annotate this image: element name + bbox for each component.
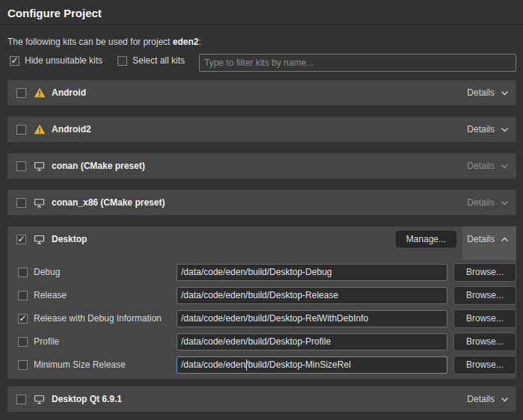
- kit-checkbox[interactable]: [16, 198, 26, 208]
- details-toggle: Details: [467, 161, 509, 171]
- checkbox-unchecked-icon[interactable]: [117, 56, 127, 66]
- browse-button[interactable]: Browse...: [453, 333, 516, 351]
- details-toggle: Details: [467, 197, 509, 208]
- text-cursor: [246, 359, 247, 371]
- build-dir-input-relwithdebinfo[interactable]: [177, 310, 447, 327]
- desktop-monitor-icon: [33, 395, 46, 404]
- build-config-label: Debug: [34, 267, 172, 277]
- kit-row-desktop-qt: Desktop Qt 6.9.1 Details: [7, 386, 516, 412]
- build-config-label: Release with Debug Information: [34, 313, 172, 324]
- hide-unsuitable-kits-label: Hide unsuitable kits: [25, 55, 103, 66]
- build-config-checkbox[interactable]: [18, 268, 28, 277]
- chevron-down-icon: [501, 397, 509, 402]
- kit-checkbox[interactable]: [16, 125, 26, 135]
- chevron-down-icon: [501, 164, 509, 169]
- kit-checkbox[interactable]: ✓: [16, 235, 26, 244]
- details-toggle[interactable]: Details: [467, 87, 509, 98]
- build-config-checkbox[interactable]: [18, 291, 28, 300]
- build-config-checkbox[interactable]: ✓: [18, 314, 28, 324]
- details-label: Details: [467, 394, 495, 404]
- browse-button[interactable]: Browse...: [453, 309, 516, 328]
- build-config-checkbox[interactable]: [18, 360, 28, 370]
- build-dir-input-minsizerel[interactable]: [177, 356, 447, 374]
- warning-icon: [33, 87, 46, 98]
- kit-name: conan (CMake preset): [52, 161, 145, 171]
- chevron-down-icon: [501, 90, 509, 96]
- build-config-checkbox[interactable]: [18, 337, 28, 347]
- kit-row-conan-x86: conan_x86 (CMake preset) Details: [7, 190, 516, 215]
- select-all-kits-label: Select all kits: [132, 55, 185, 66]
- browse-button[interactable]: Browse...: [453, 356, 516, 374]
- intro-suffix: :: [198, 37, 201, 47]
- title-separator: [0, 25, 523, 25]
- build-dir-input-profile[interactable]: [177, 333, 447, 350]
- select-all-kits-checkbox[interactable]: Select all kits: [117, 55, 185, 66]
- kit-filter-input[interactable]: [199, 54, 516, 72]
- details-label: Details: [467, 161, 495, 171]
- kit-row-android2: Android2 Details: [7, 117, 516, 142]
- build-config-row-profile: Profile Browse...: [7, 332, 516, 351]
- desktop-monitor-icon: [33, 198, 46, 208]
- hide-unsuitable-kits-checkbox[interactable]: ✓ Hide unsuitable kits: [10, 55, 103, 66]
- build-config-row-relwithdebinfo: ✓ Release with Debug Information Browse.…: [7, 309, 516, 328]
- kit-name: Desktop Qt 6.9.1: [52, 394, 122, 404]
- details-label: Details: [467, 197, 495, 208]
- build-config-label: Release: [34, 290, 172, 300]
- build-config-row-release: Release Browse...: [7, 285, 516, 305]
- checkbox-checked-icon[interactable]: ✓: [10, 56, 19, 66]
- details-label: Details: [467, 124, 495, 135]
- build-config-label: Profile: [34, 336, 172, 347]
- kit-name: Desktop: [52, 234, 87, 244]
- kit-name: Android2: [52, 124, 91, 135]
- kit-name: Android: [52, 87, 86, 98]
- browse-button[interactable]: Browse...: [453, 286, 516, 305]
- kit-row-android: Android Details: [7, 80, 516, 105]
- details-label: Details: [467, 234, 495, 244]
- details-label: Details: [467, 87, 495, 98]
- kit-checkbox[interactable]: [16, 395, 26, 404]
- intro-prefix: The following kits can be used for proje…: [7, 37, 173, 47]
- kit-checkbox[interactable]: [16, 88, 26, 98]
- build-config-row-minsizerel: Minimum Size Release Browse...: [7, 355, 516, 374]
- build-config-label: Minimum Size Release: [34, 359, 172, 370]
- warning-icon: [33, 124, 46, 135]
- desktop-monitor-icon: [33, 235, 46, 244]
- kit-checkbox[interactable]: [16, 161, 26, 171]
- chevron-up-icon: [501, 237, 509, 242]
- filter-bar: ✓ Hide unsuitable kits Select all kits: [0, 54, 523, 72]
- kit-row-desktop: ✓ Desktop Manage... Details Debug Browse…: [7, 226, 516, 379]
- build-dir-input-release[interactable]: [177, 287, 447, 304]
- kit-name: conan_x86 (CMake preset): [52, 197, 165, 208]
- details-toggle[interactable]: Details: [467, 394, 509, 404]
- kit-row-conan: conan (CMake preset) Details: [7, 153, 516, 179]
- build-dir-input-debug[interactable]: [177, 264, 447, 281]
- desktop-monitor-icon: [33, 161, 46, 171]
- details-toggle[interactable]: Details: [467, 124, 509, 135]
- build-config-list: Debug Browse... Release Browse... ✓ Rele…: [7, 262, 516, 378]
- details-toggle[interactable]: Details: [467, 226, 509, 252]
- page-title: Configure Project: [7, 7, 102, 19]
- build-config-row-debug: Debug Browse...: [7, 262, 516, 282]
- chevron-down-icon: [501, 127, 509, 132]
- browse-button[interactable]: Browse...: [453, 263, 516, 282]
- intro-text: The following kits can be used for proje…: [7, 37, 201, 47]
- project-name: eden2: [173, 37, 199, 47]
- manage-kits-button[interactable]: Manage...: [396, 231, 456, 247]
- chevron-down-icon: [501, 200, 509, 206]
